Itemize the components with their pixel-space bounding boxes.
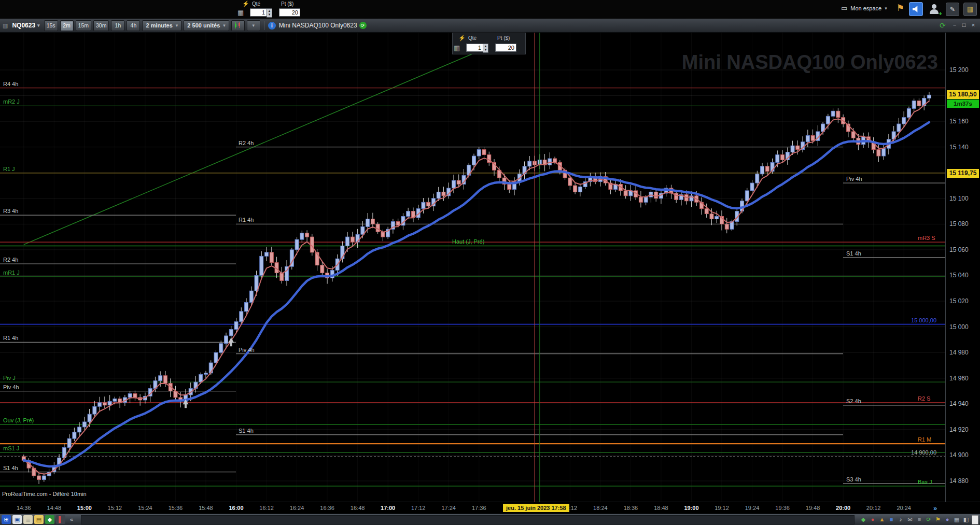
qty-label: Qté	[468, 35, 477, 41]
pt-label: Pt ($)	[281, 1, 293, 7]
price-axis[interactable]: 15 20015 18015 16015 14015 12015 10015 0…	[945, 33, 980, 502]
time-axis-label: 17:00	[376, 505, 400, 511]
timeframe-2m-button[interactable]: 2m	[60, 20, 74, 31]
timeframe-15s-button[interactable]: 15s	[44, 20, 58, 31]
spin-up-icon[interactable]: ▴	[269, 9, 271, 12]
tray-icon-warning[interactable]: ▲	[878, 515, 886, 524]
workspace-menu[interactable]: ▭ Mon espace ▾	[841, 4, 887, 12]
pt-label: Pt ($)	[497, 35, 510, 41]
taskbar-launch-icons: ⊞▣≣▤◆▌«	[2, 515, 76, 524]
chart-title: Mini NASDAQ100 Only0623	[279, 22, 357, 29]
price-axis-label: 14 880	[949, 477, 969, 485]
moving-average-slow[interactable]	[24, 122, 929, 466]
tools-button[interactable]: ▦	[963, 3, 977, 16]
cursor-date-badge: jeu. 15 juin 2023 17:58	[503, 504, 569, 512]
pt-input[interactable]: 20	[495, 44, 516, 52]
tray-icon-menu[interactable]: ≡	[915, 515, 923, 524]
time-axis-label: 19:36	[771, 505, 794, 511]
scroll-right-icon[interactable]: »	[933, 504, 937, 512]
units-dropdown[interactable]: 2 500 unités ▾	[184, 20, 229, 31]
tools-icon: ▦	[967, 5, 973, 13]
period-dropdown[interactable]: 2 minutes ▾	[142, 20, 181, 31]
grid-icon[interactable]: ▥	[3, 22, 8, 29]
up-arrow-marker	[228, 337, 234, 346]
sound-button[interactable]	[909, 2, 923, 16]
tray-icon-network[interactable]: ●	[943, 515, 951, 524]
candles-app-icon[interactable]: ▌	[56, 515, 65, 524]
tray-icon-grid[interactable]: ▦	[953, 515, 961, 524]
time-axis-label: 20:12	[862, 505, 886, 511]
chevron-down-icon: ▾	[253, 23, 255, 28]
timeframe-1h-button[interactable]: 1h	[111, 20, 124, 31]
spin-down-icon[interactable]: ▾	[485, 48, 487, 51]
price-axis-label: 15 200	[949, 66, 969, 74]
price-axis-label: 15 160	[949, 118, 969, 125]
instrument-selector[interactable]: NQ0623 ▾	[10, 21, 41, 30]
time-axis-label: 15:12	[103, 505, 127, 511]
timeframe-15m-button[interactable]: 15m	[76, 20, 91, 31]
period-value: 2 minutes	[146, 22, 172, 29]
moving-average-fast[interactable]	[24, 101, 929, 474]
spin-down-icon[interactable]: ▾	[269, 12, 271, 16]
time-axis[interactable]: 14:3614:4815:0015:1215:2415:3615:4816:00…	[0, 502, 980, 514]
time-axis-label: 18:48	[649, 505, 673, 511]
tray-icon-app[interactable]: ■	[887, 515, 895, 524]
tray-icon-flag[interactable]: ⚑	[934, 515, 942, 524]
time-axis-label: 15:00	[73, 505, 96, 511]
keyboard-icon[interactable]: ▦	[237, 9, 244, 17]
show-desktop-button[interactable]	[972, 515, 978, 524]
time-axis-label: 14:48	[42, 505, 66, 511]
flag-icon[interactable]: ⚑	[897, 3, 904, 13]
chart-canvas[interactable]	[0, 33, 945, 502]
tray-icon-display[interactable]: ◧	[962, 515, 970, 524]
instrument-status-icon[interactable]: ⟳	[359, 22, 367, 29]
minimize-button[interactable]: −	[951, 22, 958, 28]
window-icon[interactable]: ▣	[12, 515, 22, 524]
maximize-button[interactable]: □	[960, 22, 968, 28]
start-button[interactable]: ⊞	[2, 515, 11, 524]
chevron-down-icon: ▾	[37, 23, 40, 28]
price-axis-label: 15 100	[949, 195, 969, 202]
pt-input[interactable]: 20	[279, 8, 300, 17]
price-axis-label: 15 000	[949, 323, 969, 331]
qty-stepper[interactable]: ▴ ▾	[267, 8, 272, 18]
top-bar: ⚡ ▦ Qté 1 ▴ ▾ Pt ($) 20 ▭ Mon espace ▾ ⚑…	[0, 0, 980, 19]
qty-input[interactable]: 1	[466, 44, 483, 52]
instrument-label: NQ0623	[12, 22, 35, 29]
keyboard-icon[interactable]: ▦	[454, 44, 460, 52]
time-axis-label: 16:00	[225, 505, 248, 511]
tray-icon-chart[interactable]: ◆	[859, 515, 867, 524]
quick-order-panel: ⚡ ▦ Qté 1 ▴ ▾ Pt ($) 20	[236, 0, 310, 19]
chart-app-icon[interactable]: ◆	[45, 515, 54, 524]
edit-button[interactable]: ✎	[946, 3, 959, 16]
chart-plot-area[interactable]: R4 4hmR2 JR2 4hR1 JPiv 4hR3 4hR1 4hmR3 S…	[0, 33, 945, 502]
refresh-icon[interactable]: ⟳	[940, 21, 946, 30]
qty-input[interactable]: 1	[250, 8, 267, 17]
spin-up-icon[interactable]: ▴	[485, 44, 487, 48]
time-axis-label: 16:12	[255, 505, 278, 511]
chart-style-caret[interactable]: ▾	[247, 20, 260, 31]
timeframe-30m-button[interactable]: 30m	[93, 20, 109, 31]
tray-icon-audio[interactable]: ♪	[897, 515, 905, 524]
tray-icon-mail[interactable]: ✉	[906, 515, 914, 524]
chart-style-button[interactable]	[231, 20, 245, 31]
tray-icon-sync[interactable]: ⟳	[925, 515, 933, 524]
tray-icon-alert[interactable]: ●	[869, 515, 877, 524]
collapse-icon[interactable]: «	[67, 515, 76, 524]
info-icon[interactable]: i	[268, 22, 276, 30]
timeframe-4h-button[interactable]: 4h	[127, 20, 140, 31]
folder-icon[interactable]: ▤	[34, 515, 44, 524]
time-axis-label: 18:36	[619, 505, 642, 511]
workspace-label: Mon espace	[850, 5, 881, 11]
candles[interactable]	[22, 92, 931, 484]
qty-stepper[interactable]: ▴ ▾	[483, 44, 488, 53]
price-axis-label: 15 060	[949, 246, 969, 253]
close-button[interactable]: ×	[970, 22, 977, 28]
pencil-icon: ✎	[950, 6, 955, 13]
price-axis-label: 14 940	[949, 400, 969, 407]
add-user-button[interactable]: +	[928, 3, 941, 16]
lightning-icon: ⚡	[458, 35, 466, 41]
time-axis-label: 18:24	[589, 505, 612, 511]
documents-icon[interactable]: ≣	[23, 515, 33, 524]
price-axis-label: 15 080	[949, 220, 969, 228]
